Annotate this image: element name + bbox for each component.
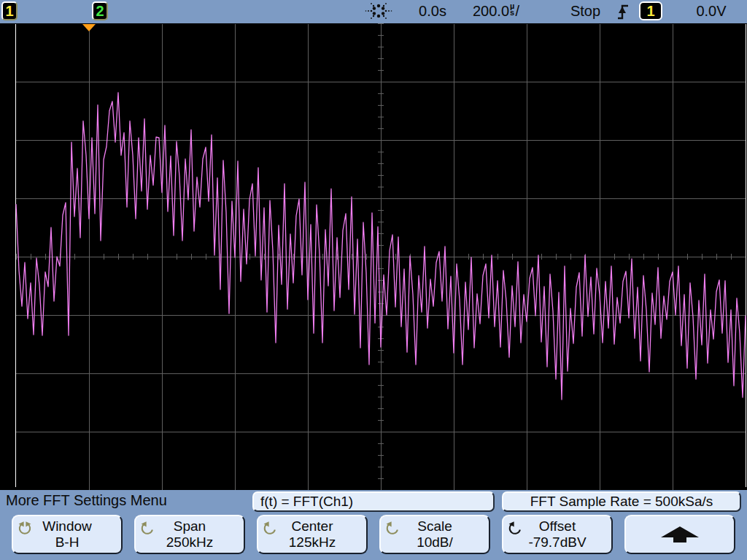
channel2-number: 2 xyxy=(96,3,104,20)
trigger-level-readout: 0.0V xyxy=(682,3,740,20)
softkey-span[interactable]: Span 250kHz xyxy=(134,515,245,554)
rotary-knob-icon xyxy=(140,521,155,536)
channel1-badge[interactable]: 1 xyxy=(1,1,18,20)
status-bar: 1 2 0.0s 200.0µs/ Stop xyxy=(0,0,747,23)
menu-title: More FFT Settings Menu xyxy=(6,492,167,509)
softkey-value: 250kHz xyxy=(166,534,213,551)
rotary-knob-icon-active xyxy=(508,521,522,536)
softkey-label: Scale xyxy=(417,518,452,534)
timebase-readout: 200.0µs/ xyxy=(473,3,519,20)
fft-function-readout: f(t) = FFT(Ch1) xyxy=(252,491,495,512)
rotary-select-knob-icon xyxy=(18,521,32,536)
fft-sample-rate-readout: FFT Sample Rate = 500kSa/s xyxy=(502,491,741,512)
channel1-number: 1 xyxy=(5,3,13,20)
softkey-offset[interactable]: Offset -79.7dBV xyxy=(502,515,613,554)
time-position-readout: 0.0s xyxy=(409,3,457,20)
softkey-label: Center xyxy=(291,518,333,534)
softkey-value: 125kHz xyxy=(289,534,336,551)
rotary-knob-icon xyxy=(385,521,400,536)
trigger-source-badge[interactable]: 1 xyxy=(639,1,662,20)
graticule-svg xyxy=(0,23,747,490)
softkey-value: -79.7dBV xyxy=(528,534,586,551)
channel2-badge[interactable]: 2 xyxy=(92,1,108,20)
softkey-center[interactable]: Center 125kHz xyxy=(257,515,368,554)
softkey-value: 10dB/ xyxy=(417,534,453,551)
starburst-icon xyxy=(363,1,394,21)
rising-edge-trigger-icon xyxy=(616,3,630,20)
softkey-label: Window xyxy=(42,518,92,534)
timebase-value: 200.0 xyxy=(473,3,509,19)
softkey-label: Offset xyxy=(539,518,576,534)
run-state-readout: Stop xyxy=(551,3,620,20)
softkey-menu-bar: More FFT Settings Menu f(t) = FFT(Ch1) F… xyxy=(0,490,747,560)
softkey-scale[interactable]: Scale 10dB/ xyxy=(379,515,490,554)
up-arrow-icon xyxy=(657,525,703,544)
softkey-window[interactable]: Window B-H xyxy=(12,515,123,554)
softkey-label: Span xyxy=(174,518,206,534)
oscilloscope-screen: 1 2 0.0s 200.0µs/ Stop xyxy=(0,0,747,560)
rotary-knob-icon xyxy=(263,521,277,536)
trigger-source-number: 1 xyxy=(646,3,654,20)
softkey-value: B-H xyxy=(55,534,80,551)
softkey-back[interactable] xyxy=(624,515,735,554)
timebase-unit: µs xyxy=(510,3,514,16)
timebase-suffix: / xyxy=(515,3,519,19)
